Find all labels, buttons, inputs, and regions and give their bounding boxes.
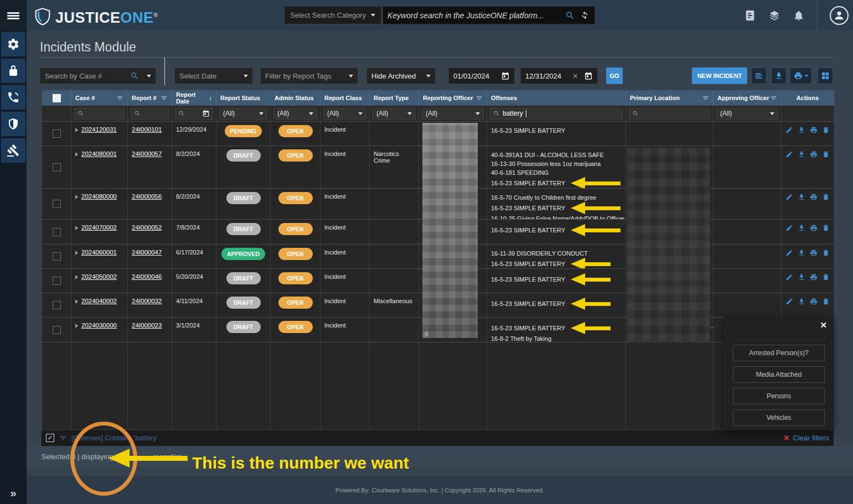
column-header-report-type[interactable]: Report Type (370, 90, 419, 106)
expand-row-icon[interactable] (75, 128, 78, 132)
delete-button[interactable] (822, 126, 830, 134)
report-link[interactable]: 24I000052 (132, 224, 162, 231)
edit-button[interactable] (785, 249, 793, 257)
row-checkbox[interactable] (53, 326, 61, 334)
sidebar-item-shield[interactable] (1, 112, 25, 136)
case-filter-input[interactable] (74, 108, 125, 119)
reporting-officer-filter-select[interactable]: (All) (422, 108, 484, 119)
delete-button[interactable] (822, 224, 830, 232)
search-icon[interactable] (565, 11, 575, 20)
calendar-icon[interactable] (202, 110, 210, 117)
select-all-checkbox[interactable] (53, 94, 61, 102)
column-header-report[interactable]: Report # (128, 90, 172, 106)
expand-row-icon[interactable] (75, 275, 78, 279)
refresh-icon[interactable] (580, 10, 590, 20)
list-view-button[interactable] (751, 67, 767, 84)
row-checkbox[interactable] (53, 200, 61, 208)
report-status-filter-select[interactable]: (All) (219, 108, 267, 119)
download-button[interactable] (798, 150, 805, 158)
panel-button-persons[interactable]: Persons (733, 388, 825, 404)
expand-row-icon[interactable] (75, 226, 78, 230)
close-icon[interactable]: ✕ (820, 320, 827, 330)
edit-button[interactable] (785, 150, 793, 158)
row-checkbox[interactable] (53, 228, 61, 236)
report-link[interactable]: 24I000056 (132, 193, 162, 200)
edit-button[interactable] (785, 298, 793, 305)
clear-date-icon[interactable]: ✕ (572, 72, 578, 80)
download-button[interactable] (798, 273, 805, 281)
row-checkbox[interactable] (53, 301, 61, 309)
print-button[interactable] (810, 224, 818, 232)
filter-icon[interactable] (161, 95, 168, 102)
report-class-filter-select[interactable]: (All) (323, 108, 366, 119)
documents-icon[interactable] (744, 9, 756, 22)
case-link[interactable]: 2024030000 (81, 322, 117, 329)
case-search-input[interactable]: Search by Case # (40, 67, 156, 84)
filter-icon[interactable] (702, 95, 709, 102)
date-to-input[interactable]: 12/31/2024 ✕ (520, 67, 598, 84)
delete-button[interactable] (822, 150, 830, 158)
search-category-select[interactable]: Select Search Category (284, 6, 381, 24)
expand-row-icon[interactable] (75, 299, 78, 304)
sidebar-item-settings[interactable] (1, 32, 25, 56)
column-header-report-class[interactable]: Report Class (320, 90, 370, 106)
print-button[interactable] (810, 249, 818, 257)
download-button[interactable] (798, 249, 805, 257)
row-checkbox[interactable] (53, 252, 61, 261)
case-link[interactable]: 2024060001 (81, 249, 117, 256)
print-button[interactable] (810, 150, 818, 158)
admin-status-filter-select[interactable]: (All) (273, 108, 317, 119)
filter-chip-checkbox[interactable]: ✓ (46, 434, 54, 442)
sort-desc-icon[interactable]: ↓ (209, 94, 212, 102)
primary-location-filter-input[interactable] (629, 108, 710, 119)
case-link[interactable]: 2024120031 (81, 126, 117, 133)
filter-icon[interactable] (770, 95, 777, 102)
sidebar-item-security[interactable] (1, 59, 25, 83)
date-from-input[interactable]: 01/01/2024 (448, 67, 515, 84)
filter-icon[interactable] (475, 95, 483, 102)
row-checkbox[interactable] (53, 277, 61, 285)
case-link[interactable]: 2024070002 (81, 224, 117, 231)
panel-button-vehicles[interactable]: Vehicles (733, 409, 825, 426)
grid-view-button[interactable] (818, 67, 833, 84)
download-button[interactable] (798, 193, 805, 201)
column-header-primary-location[interactable]: Primary Location (626, 90, 714, 106)
report-link[interactable]: 24I000057 (132, 150, 162, 157)
edit-button[interactable] (785, 126, 793, 134)
new-incident-button[interactable]: NEW INCIDENT (692, 67, 747, 84)
report-tags-filter-dropdown[interactable]: Filter by Report Tags (260, 67, 358, 84)
expand-row-icon[interactable] (75, 195, 78, 199)
panel-button-arrested-persons[interactable]: Arrested Person(s)? (733, 345, 825, 361)
select-date-dropdown[interactable]: Select Date (174, 67, 253, 84)
clear-filters-button[interactable]: ✕ Clear filters (783, 434, 829, 442)
column-header-approving-officer[interactable]: Approving Officer (714, 90, 782, 106)
column-header-case[interactable]: Case # (71, 90, 128, 106)
column-header-offenses[interactable]: Offenses (487, 90, 626, 106)
report-link[interactable]: 24I000047 (132, 249, 162, 256)
go-button[interactable]: GO (606, 67, 623, 84)
report-type-filter-select[interactable]: (All) (373, 108, 416, 119)
print-menu-button[interactable] (790, 67, 812, 84)
case-link[interactable]: 2024080000 (81, 193, 117, 200)
filter-icon[interactable] (116, 95, 123, 102)
edit-button[interactable] (785, 273, 793, 281)
sidebar-item-court[interactable] (1, 138, 25, 163)
expand-row-icon[interactable] (75, 152, 78, 157)
panel-button-media-attached[interactable]: Media Attached (733, 366, 825, 383)
delete-button[interactable] (822, 249, 830, 257)
case-link[interactable]: 2024050002 (81, 273, 117, 280)
approving-officer-filter-select[interactable]: (All) (716, 108, 778, 119)
row-checkbox[interactable] (53, 163, 61, 172)
row-checkbox[interactable] (53, 129, 61, 138)
column-header-reporting-officer[interactable]: Reporting Officer (419, 90, 487, 106)
column-header-report-date[interactable]: Report Date↓ (172, 90, 216, 106)
column-header-admin-status[interactable]: Admin Status (271, 90, 320, 106)
case-link[interactable]: 2024040002 (81, 298, 117, 304)
expand-row-icon[interactable] (75, 324, 78, 328)
column-header-select-all[interactable] (42, 90, 71, 106)
calendar-icon[interactable] (584, 71, 593, 80)
offenses-filter-input[interactable]: battery (490, 108, 623, 119)
print-button[interactable] (810, 126, 818, 134)
hide-archived-dropdown[interactable]: Hide Archived (366, 67, 436, 84)
delete-button[interactable] (822, 273, 830, 281)
